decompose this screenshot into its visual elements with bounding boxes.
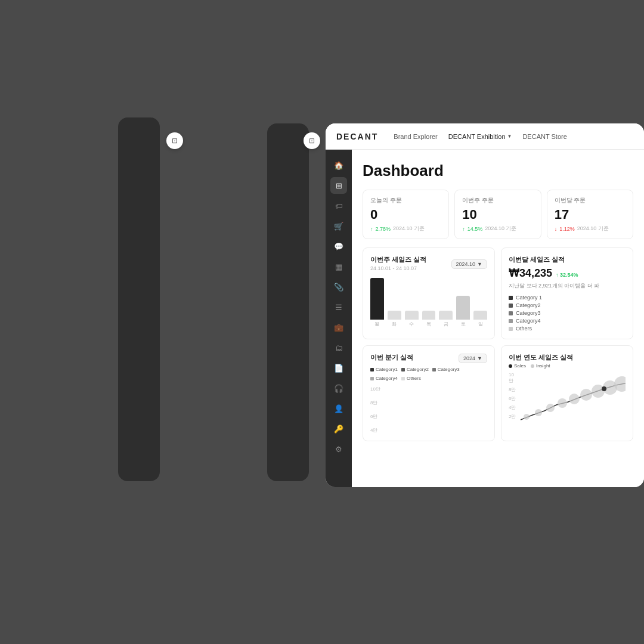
quarter-legend: Category1 Category2 Category3 Categ — [370, 367, 487, 381]
quarter-chart-card: 이번 분기 실적 2024 ▼ Category1 C — [363, 345, 495, 441]
q-legend-cat2: Category2 — [401, 367, 429, 372]
bar-fri — [439, 311, 453, 320]
legend-dot-cat1 — [509, 296, 513, 300]
sidebar: 🏠 ⊞ 🏷 🛒 💬 ▦ 📎 ☰ 💼 🗂 📄 🎧 👤 🔑 ⚙ — [326, 150, 352, 487]
sidebar-icon-home[interactable]: 🏠 — [330, 157, 347, 174]
q-dot-cat3 — [432, 368, 436, 371]
page-title: Dashboard — [363, 162, 633, 180]
weekly-chart-subtitle: 24.10.01 - 24 10.07 — [370, 265, 426, 271]
background-panel-mid — [267, 123, 309, 481]
svg-point-5 — [580, 389, 592, 401]
stats-row: 오늘의 주문 0 ↑ 2.78% 2024.10 기준 이번주 주문 10 ↑ … — [363, 190, 633, 239]
bar-col-tue: 화 — [388, 311, 401, 327]
stat-week-label: 이번주 주문 — [462, 196, 533, 205]
bar-col-wed: 수 — [405, 311, 419, 327]
quarter-stacked-bars — [383, 386, 404, 434]
stat-today-pct: 2.78% — [376, 226, 391, 232]
svg-point-9 — [602, 386, 606, 391]
stat-card-today: 오늘의 주문 0 ↑ 2.78% 2024.10 기준 — [363, 190, 449, 239]
content-area: 🏠 ⊞ 🏷 🛒 💬 ▦ 📎 ☰ 💼 🗂 📄 🎧 👤 🔑 ⚙ Dashboard — [326, 150, 644, 487]
stat-week-pct: 14.5% — [467, 226, 483, 232]
q-dot-others — [401, 377, 405, 380]
monthly-legend: Category 1 Category2 Category3 Cate — [509, 295, 626, 332]
y-leg-dot-insight — [531, 364, 534, 368]
y-leg-sales: Sales — [509, 363, 526, 369]
q-legend-cat1: Category1 — [370, 367, 398, 372]
stat-month-badge: ↓ — [555, 226, 558, 232]
legend-item-cat4: Category4 — [509, 318, 626, 324]
nav-arrow-icon: ▼ — [507, 134, 512, 139]
svg-point-4 — [569, 394, 580, 404]
stat-today-label: 오늘의 주문 — [370, 196, 441, 205]
y-label-6: 6만 — [370, 413, 380, 420]
bar-col-sat: 토 — [456, 296, 470, 327]
sidebar-icon-table[interactable]: ▦ — [330, 258, 347, 275]
stat-month-pct: 1.12% — [559, 226, 575, 232]
y-leg-insight: Insight — [531, 363, 550, 369]
stat-month-value: 17 — [555, 207, 626, 222]
bottom-charts: 이번 분기 실적 2024 ▼ Category1 C — [363, 345, 633, 441]
bar-sun — [473, 311, 487, 320]
charts-grid: 이번주 세일즈 실적 24.10.01 - 24 10.07 2024.10 ▼… — [363, 247, 633, 339]
nav-decant-exhibition[interactable]: DECANT Exhibition ▼ — [448, 133, 512, 140]
q-dot-cat2 — [401, 368, 405, 371]
stat-card-month: 이번달 주문 17 ↓ 1.12% 2024.10 기준 — [547, 190, 633, 239]
year-chart-title: 이번 연도 세일즈 실적 — [509, 353, 626, 362]
monthly-desc: 지난달 보다 2,921개의 아이템을 더 파 — [509, 282, 626, 290]
panel-toggle-1[interactable]: ⊡ — [166, 132, 183, 149]
legend-dot-cat3 — [509, 311, 513, 315]
bar-col-fri: 금 — [439, 311, 453, 327]
bar-col-mon: 월 — [370, 278, 384, 327]
svg-point-3 — [558, 398, 567, 408]
sidebar-icon-settings[interactable]: ⚙ — [330, 441, 347, 457]
panel-toggle-2[interactable]: ⊡ — [304, 132, 320, 149]
stat-today-badge: ↑ — [370, 226, 373, 232]
bar-mon — [370, 278, 384, 320]
app-window: DECANT Brand Explorer DECANT Exhibition … — [326, 123, 644, 487]
year-chart-svg — [521, 372, 626, 426]
sidebar-icon-person[interactable]: 👤 — [330, 400, 347, 417]
y-label-4: 4만 — [370, 427, 380, 434]
sidebar-icon-clip[interactable]: 📎 — [330, 278, 347, 295]
q-dot-cat1 — [370, 368, 374, 371]
weekly-chart-title: 이번주 세일즈 실적 — [370, 255, 426, 264]
bar-thu — [422, 311, 436, 320]
stat-card-week: 이번주 주문 10 ↑ 14.5% 2024.10 기준 — [454, 190, 541, 239]
sidebar-icon-tag[interactable]: 🏷 — [330, 197, 347, 214]
sidebar-icon-list[interactable]: ☰ — [330, 299, 347, 315]
year-toggle[interactable]: 2024 ▼ — [459, 354, 487, 363]
monthly-badge: ↑ 32.54% — [556, 272, 578, 278]
bar-col-sun: 일 — [473, 311, 487, 327]
legend-item-cat2: Category2 — [509, 302, 626, 308]
legend-item-cat3: Category3 — [509, 310, 626, 316]
nav-brand-explorer[interactable]: Brand Explorer — [394, 133, 437, 140]
sidebar-icon-key[interactable]: 🔑 — [330, 420, 347, 437]
sidebar-icon-briefcase[interactable]: 💼 — [330, 319, 347, 336]
dashboard-main: Dashboard 오늘의 주문 0 ↑ 2.78% 2024.10 기준 이번… — [352, 150, 644, 487]
stat-today-value: 0 — [370, 207, 441, 222]
nav-decant-store[interactable]: DECANT Store — [522, 133, 566, 140]
sidebar-icon-briefcase2[interactable]: 🗂 — [330, 339, 347, 356]
sidebar-icon-chat[interactable]: 💬 — [330, 238, 347, 255]
svg-point-0 — [524, 414, 530, 420]
sidebar-icon-headphone[interactable]: 🎧 — [330, 380, 347, 397]
background-panel-left — [118, 117, 160, 481]
sidebar-icon-file[interactable]: 📄 — [330, 360, 347, 376]
stat-week-date: 2024.10 기준 — [485, 225, 516, 233]
weekly-date-picker[interactable]: 2024.10 ▼ — [451, 259, 487, 269]
stat-today-date: 2024.10 기준 — [393, 225, 425, 233]
quarter-chart-title: 이번 분기 실적 — [370, 353, 413, 362]
quarter-y-labels: 10만 8만 6만 4만 — [370, 386, 380, 434]
stat-month-label: 이번달 주문 — [555, 196, 626, 205]
bar-wed — [405, 311, 419, 320]
legend-item-others: Others — [509, 326, 626, 332]
year-legend: Sales Insight — [509, 363, 626, 369]
q-legend-others: Others — [401, 376, 421, 381]
y-label-8: 8만 — [370, 400, 380, 406]
stat-week-value: 10 — [462, 207, 533, 222]
panel-toggle-2-icon: ⊡ — [309, 137, 315, 145]
year-chart-content: 10만 8만 6만 4만 2만 — [509, 372, 626, 426]
sidebar-icon-cart[interactable]: 🛒 — [330, 218, 347, 234]
monthly-chart-title: 이번달 세일즈 실적 — [509, 255, 626, 264]
sidebar-icon-grid[interactable]: ⊞ — [330, 177, 347, 194]
